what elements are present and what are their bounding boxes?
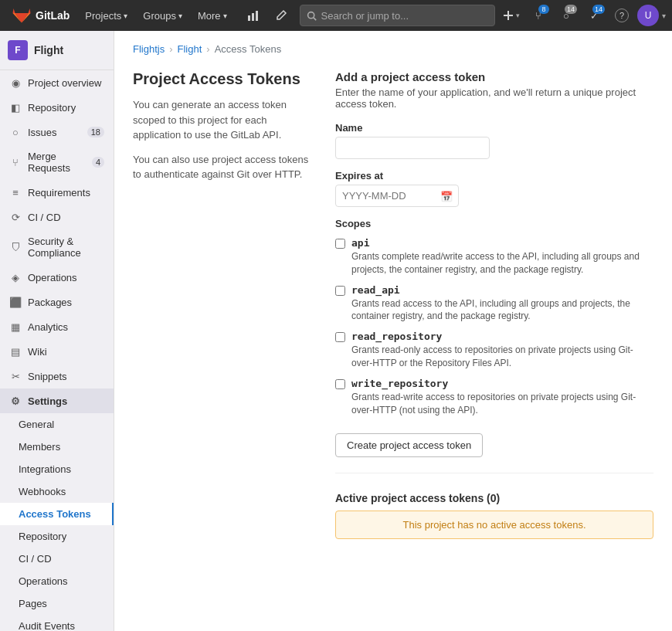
chevron-down-icon: ▾ xyxy=(516,12,520,19)
sidebar-item-merge-requests[interactable]: ⑂ Merge Requests 4 xyxy=(0,144,114,180)
sidebar-item-requirements[interactable]: ≡ Requirements xyxy=(0,180,114,205)
chevron-down-icon: ▾ xyxy=(178,12,182,20)
description-1: You can generate an access token scoped … xyxy=(133,97,311,143)
sidebar-item-label: Repository xyxy=(28,102,76,114)
sidebar-item-label: Settings xyxy=(28,395,67,407)
scope-read-repository-desc: Grants read-only access to repositories … xyxy=(351,344,653,370)
sidebar-item-issues[interactable]: ○ Issues 18 xyxy=(0,120,114,144)
chart-icon-btn[interactable] xyxy=(241,3,266,28)
nav-more[interactable]: More ▾ xyxy=(192,0,233,31)
todo-icon-btn[interactable]: ✓ 14 xyxy=(582,3,606,28)
merge-requests-icon-btn[interactable]: ⑂ 8 xyxy=(526,3,551,28)
packages-icon: ⬛ xyxy=(9,296,22,308)
name-input[interactable] xyxy=(335,137,490,159)
avatar-chevron-icon: ▾ xyxy=(662,12,666,20)
sidebar-item-project-overview[interactable]: ◉ Project overview xyxy=(0,70,114,95)
scope-read-api-content: read_api Grants read access to the API, … xyxy=(351,284,653,324)
sidebar-sub-access-tokens[interactable]: Access Tokens xyxy=(0,503,114,525)
sidebar-item-label: Analytics xyxy=(28,321,68,333)
user-avatar[interactable]: U xyxy=(637,5,659,26)
sidebar-item-repository[interactable]: ◧ Repository xyxy=(0,95,114,120)
scope-write-repository-desc: Grants read-write access to repositories… xyxy=(351,391,653,417)
sidebar: F Flight ◉ Project overview ◧ Repository… xyxy=(0,31,114,631)
sidebar-sub-general[interactable]: General xyxy=(0,413,114,436)
scope-write-repository-checkbox[interactable] xyxy=(335,379,345,389)
logo-text: GitLab xyxy=(36,9,70,22)
merge-icon: ⑂ xyxy=(9,156,22,168)
sidebar-item-settings[interactable]: ⚙ Settings xyxy=(0,388,114,413)
sidebar-sub-pages[interactable]: Pages xyxy=(0,592,114,615)
sidebar-item-security[interactable]: ⛉ Security & Compliance xyxy=(0,229,114,265)
sidebar-sub-operations[interactable]: Operations xyxy=(0,570,114,592)
sidebar-sub-integrations[interactable]: Integrations xyxy=(0,458,114,480)
scope-read-repository: read_repository Grants read-only access … xyxy=(335,331,653,370)
sidebar-sub-webhooks[interactable]: Webhooks xyxy=(0,480,114,503)
active-tokens-title: Active project access tokens (0) xyxy=(335,492,653,504)
chevron-down-icon: ▾ xyxy=(124,12,127,20)
scope-read-api: read_api Grants read access to the API, … xyxy=(335,284,653,324)
breadcrumb-sep-2: › xyxy=(206,43,209,55)
scope-read-api-desc: Grants read access to the API, including… xyxy=(351,297,653,324)
scope-read-repository-name: read_repository xyxy=(351,331,653,342)
add-icon-btn[interactable]: ▾ xyxy=(498,3,523,28)
sidebar-item-packages[interactable]: ⬛ Packages xyxy=(0,290,114,314)
nav-groups[interactable]: Groups ▾ xyxy=(137,0,188,31)
svg-line-4 xyxy=(314,17,316,19)
sidebar-item-wiki[interactable]: ▤ Wiki xyxy=(0,339,114,364)
scope-api-checkbox[interactable] xyxy=(335,239,345,249)
sidebar-sub-repository[interactable]: Repository xyxy=(0,525,114,548)
search-bar[interactable]: Search or jump to... xyxy=(300,5,495,26)
avatar-initial: U xyxy=(645,10,652,21)
description-2: You can also use project access tokens t… xyxy=(133,152,311,182)
scope-read-repository-checkbox[interactable] xyxy=(335,332,345,342)
sidebar-item-analytics[interactable]: ▦ Analytics xyxy=(0,314,114,339)
breadcrumb-flight[interactable]: Flight xyxy=(178,43,202,55)
top-navigation: GitLab Projects ▾ Groups ▾ More ▾ Search… xyxy=(0,0,672,31)
issues-icon: ○ xyxy=(9,126,22,138)
gitlab-logo[interactable]: GitLab xyxy=(6,6,76,25)
breadcrumb-current: Access Tokens xyxy=(215,43,281,55)
todo-badge: 14 xyxy=(592,5,605,14)
nav-projects[interactable]: Projects ▾ xyxy=(79,0,134,31)
breadcrumb-flightjs[interactable]: Flightjs xyxy=(133,43,165,55)
scope-read-api-checkbox[interactable] xyxy=(335,286,345,296)
sidebar-item-cicd[interactable]: ⟳ CI / CD xyxy=(0,205,114,229)
scope-write-repository-content: write_repository Grants read-write acces… xyxy=(351,378,653,417)
pencil-icon-btn[interactable] xyxy=(269,3,294,28)
form-section-title: Add a project access token xyxy=(335,70,653,83)
help-icon: ? xyxy=(615,8,629,22)
sidebar-item-label: Merge Requests xyxy=(28,151,86,174)
active-tokens-section: Active project access tokens (0) This pr… xyxy=(335,492,653,539)
sidebar-item-snippets[interactable]: ✂ Snippets xyxy=(0,364,114,388)
name-field-group: Name xyxy=(335,122,653,159)
sidebar-sub-members[interactable]: Members xyxy=(0,436,114,458)
left-column: Project Access Tokens You can generate a… xyxy=(133,70,311,192)
sidebar-sub-cicd[interactable]: CI / CD xyxy=(0,548,114,570)
no-tokens-message: This project has no active access tokens… xyxy=(335,511,653,539)
sidebar-item-label: Snippets xyxy=(28,371,67,382)
sidebar-item-label: Wiki xyxy=(28,346,47,358)
scope-write-repository: write_repository Grants read-write acces… xyxy=(335,378,653,417)
svg-rect-0 xyxy=(248,15,250,21)
sidebar-item-label: Project overview xyxy=(28,77,101,89)
expires-input[interactable] xyxy=(335,185,459,207)
main-content: Flightjs › Flight › Access Tokens Projec… xyxy=(114,31,672,631)
sidebar-sub-audit-events[interactable]: Audit Events xyxy=(0,615,114,631)
svg-rect-1 xyxy=(252,13,254,21)
page-title: Project Access Tokens xyxy=(133,70,311,88)
expires-field-group: Expires at 📅 xyxy=(335,170,653,207)
create-token-button[interactable]: Create project access token xyxy=(335,433,483,457)
issues-icon-btn[interactable]: ○ 14 xyxy=(554,3,579,28)
divider xyxy=(335,473,653,473)
scope-api: api Grants complete read/write access to… xyxy=(335,237,653,276)
mr-count-badge: 4 xyxy=(92,157,104,168)
sidebar-item-operations[interactable]: ◈ Operations xyxy=(0,265,114,290)
help-icon-btn[interactable]: ? xyxy=(609,3,634,28)
settings-icon: ⚙ xyxy=(9,395,22,407)
breadcrumb: Flightjs › Flight › Access Tokens xyxy=(133,43,653,55)
scope-read-api-name: read_api xyxy=(351,284,653,296)
scope-read-repository-content: read_repository Grants read-only access … xyxy=(351,331,653,370)
scopes-label: Scopes xyxy=(335,218,653,229)
scope-api-desc: Grants complete read/write access to the… xyxy=(351,250,653,276)
project-header[interactable]: F Flight xyxy=(0,31,114,70)
